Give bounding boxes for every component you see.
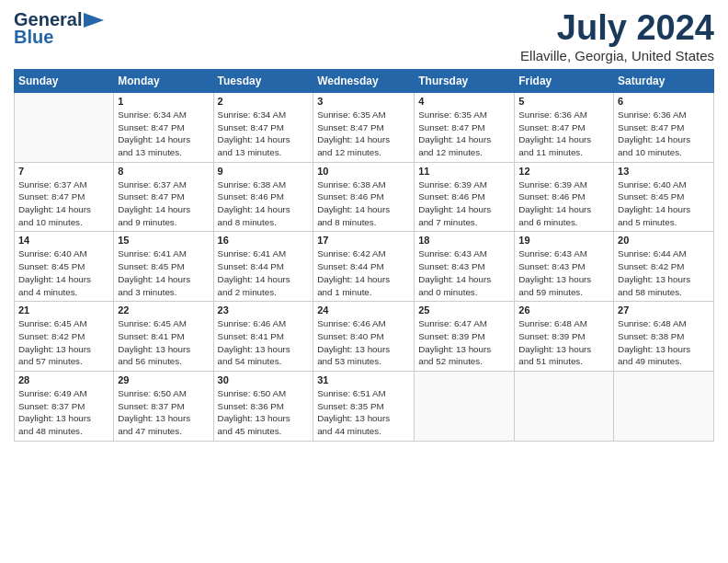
day-number: 30 xyxy=(218,374,310,385)
logo-flag-icon xyxy=(84,13,104,28)
table-row: 18Sunrise: 6:43 AMSunset: 8:43 PMDayligh… xyxy=(415,232,515,302)
table-row: 31Sunrise: 6:51 AMSunset: 8:35 PMDayligh… xyxy=(313,372,415,442)
col-saturday: Saturday xyxy=(614,69,714,92)
day-number: 6 xyxy=(618,96,710,107)
table-row xyxy=(515,372,614,442)
calendar-table: Sunday Monday Tuesday Wednesday Thursday… xyxy=(14,69,714,442)
table-row: 29Sunrise: 6:50 AMSunset: 8:37 PMDayligh… xyxy=(114,372,213,442)
table-row: 27Sunrise: 6:48 AMSunset: 8:38 PMDayligh… xyxy=(614,302,714,372)
day-number: 13 xyxy=(618,166,710,177)
table-row: 30Sunrise: 6:50 AMSunset: 8:36 PMDayligh… xyxy=(213,372,313,442)
table-row: 17Sunrise: 6:42 AMSunset: 8:44 PMDayligh… xyxy=(313,232,415,302)
table-row: 1Sunrise: 6:34 AMSunset: 8:47 PMDaylight… xyxy=(114,92,213,162)
day-info: Sunrise: 6:34 AMSunset: 8:47 PMDaylight:… xyxy=(218,109,310,159)
day-number: 18 xyxy=(418,235,510,246)
page-title: July 2024 xyxy=(520,9,714,48)
table-row: 24Sunrise: 6:46 AMSunset: 8:40 PMDayligh… xyxy=(313,302,415,372)
table-row: 26Sunrise: 6:48 AMSunset: 8:39 PMDayligh… xyxy=(515,302,614,372)
col-monday: Monday xyxy=(114,69,213,92)
day-info: Sunrise: 6:45 AMSunset: 8:41 PMDaylight:… xyxy=(118,317,209,368)
table-row: 14Sunrise: 6:40 AMSunset: 8:45 PMDayligh… xyxy=(15,232,114,302)
table-row: 3Sunrise: 6:35 AMSunset: 8:47 PMDaylight… xyxy=(313,92,415,162)
calendar-week-row: 21Sunrise: 6:45 AMSunset: 8:42 PMDayligh… xyxy=(15,302,714,372)
col-wednesday: Wednesday xyxy=(313,69,415,92)
table-row: 6Sunrise: 6:36 AMSunset: 8:47 PMDaylight… xyxy=(614,92,714,162)
table-row xyxy=(415,372,515,442)
day-number: 10 xyxy=(317,166,410,177)
day-number: 25 xyxy=(418,304,510,316)
day-info: Sunrise: 6:43 AMSunset: 8:43 PMDaylight:… xyxy=(418,247,510,298)
day-info: Sunrise: 6:39 AMSunset: 8:46 PMDaylight:… xyxy=(418,178,510,229)
day-info: Sunrise: 6:35 AMSunset: 8:47 PMDaylight:… xyxy=(418,109,510,159)
day-number: 24 xyxy=(317,304,410,316)
day-number: 3 xyxy=(317,96,410,107)
table-row: 28Sunrise: 6:49 AMSunset: 8:37 PMDayligh… xyxy=(15,372,114,442)
table-row: 15Sunrise: 6:41 AMSunset: 8:45 PMDayligh… xyxy=(114,232,213,302)
day-info: Sunrise: 6:42 AMSunset: 8:44 PMDaylight:… xyxy=(317,247,410,298)
svg-marker-0 xyxy=(84,13,104,28)
table-row: 5Sunrise: 6:36 AMSunset: 8:47 PMDaylight… xyxy=(515,92,614,162)
day-info: Sunrise: 6:40 AMSunset: 8:45 PMDaylight:… xyxy=(18,247,109,298)
day-number: 16 xyxy=(218,235,310,246)
day-info: Sunrise: 6:37 AMSunset: 8:47 PMDaylight:… xyxy=(118,178,209,229)
table-row: 4Sunrise: 6:35 AMSunset: 8:47 PMDaylight… xyxy=(415,92,515,162)
table-row xyxy=(15,92,114,162)
day-info: Sunrise: 6:36 AMSunset: 8:47 PMDaylight:… xyxy=(618,109,710,159)
day-number: 4 xyxy=(418,96,510,107)
col-friday: Friday xyxy=(515,69,614,92)
day-number: 23 xyxy=(218,304,310,316)
day-number: 9 xyxy=(218,166,310,177)
table-row: 2Sunrise: 6:34 AMSunset: 8:47 PMDaylight… xyxy=(213,92,313,162)
day-number: 15 xyxy=(118,235,209,246)
page-subtitle: Ellaville, Georgia, United States xyxy=(520,48,714,63)
table-row: 9Sunrise: 6:38 AMSunset: 8:46 PMDaylight… xyxy=(213,162,313,232)
day-number: 26 xyxy=(518,304,609,316)
header: General Blue July 2024 Ellaville, Georgi… xyxy=(14,9,714,63)
day-info: Sunrise: 6:40 AMSunset: 8:45 PMDaylight:… xyxy=(618,178,710,229)
day-info: Sunrise: 6:41 AMSunset: 8:44 PMDaylight:… xyxy=(218,247,310,298)
day-number: 1 xyxy=(118,96,209,107)
day-number: 2 xyxy=(218,96,310,107)
day-info: Sunrise: 6:51 AMSunset: 8:35 PMDaylight:… xyxy=(317,387,410,438)
calendar-week-row: 7Sunrise: 6:37 AMSunset: 8:47 PMDaylight… xyxy=(15,162,714,232)
day-number: 27 xyxy=(618,304,710,316)
day-info: Sunrise: 6:38 AMSunset: 8:46 PMDaylight:… xyxy=(317,178,410,229)
table-row: 16Sunrise: 6:41 AMSunset: 8:44 PMDayligh… xyxy=(213,232,313,302)
day-info: Sunrise: 6:39 AMSunset: 8:46 PMDaylight:… xyxy=(518,178,609,229)
day-number: 14 xyxy=(18,235,109,246)
day-number: 5 xyxy=(518,96,609,107)
day-info: Sunrise: 6:48 AMSunset: 8:39 PMDaylight:… xyxy=(518,317,609,368)
day-info: Sunrise: 6:49 AMSunset: 8:37 PMDaylight:… xyxy=(18,387,109,438)
day-info: Sunrise: 6:34 AMSunset: 8:47 PMDaylight:… xyxy=(118,109,209,159)
table-row: 7Sunrise: 6:37 AMSunset: 8:47 PMDaylight… xyxy=(15,162,114,232)
calendar-week-row: 28Sunrise: 6:49 AMSunset: 8:37 PMDayligh… xyxy=(15,372,714,442)
table-row: 22Sunrise: 6:45 AMSunset: 8:41 PMDayligh… xyxy=(114,302,213,372)
logo: General Blue xyxy=(14,9,104,48)
table-row: 25Sunrise: 6:47 AMSunset: 8:39 PMDayligh… xyxy=(415,302,515,372)
day-number: 20 xyxy=(618,235,710,246)
table-row: 23Sunrise: 6:46 AMSunset: 8:41 PMDayligh… xyxy=(213,302,313,372)
day-number: 12 xyxy=(518,166,609,177)
day-info: Sunrise: 6:48 AMSunset: 8:38 PMDaylight:… xyxy=(618,317,710,368)
day-info: Sunrise: 6:47 AMSunset: 8:39 PMDaylight:… xyxy=(418,317,510,368)
day-number: 19 xyxy=(518,235,609,246)
day-info: Sunrise: 6:38 AMSunset: 8:46 PMDaylight:… xyxy=(218,178,310,229)
day-number: 29 xyxy=(118,374,209,385)
day-number: 11 xyxy=(418,166,510,177)
table-row: 21Sunrise: 6:45 AMSunset: 8:42 PMDayligh… xyxy=(15,302,114,372)
calendar-week-row: 14Sunrise: 6:40 AMSunset: 8:45 PMDayligh… xyxy=(15,232,714,302)
table-row: 12Sunrise: 6:39 AMSunset: 8:46 PMDayligh… xyxy=(515,162,614,232)
table-row: 8Sunrise: 6:37 AMSunset: 8:47 PMDaylight… xyxy=(114,162,213,232)
day-number: 8 xyxy=(118,166,209,177)
page: General Blue July 2024 Ellaville, Georgi… xyxy=(0,0,728,451)
day-number: 22 xyxy=(118,304,209,316)
col-sunday: Sunday xyxy=(15,69,114,92)
logo-blue: Blue xyxy=(14,27,53,48)
col-thursday: Thursday xyxy=(415,69,515,92)
table-row: 13Sunrise: 6:40 AMSunset: 8:45 PMDayligh… xyxy=(614,162,714,232)
col-tuesday: Tuesday xyxy=(213,69,313,92)
day-info: Sunrise: 6:45 AMSunset: 8:42 PMDaylight:… xyxy=(18,317,109,368)
day-number: 7 xyxy=(18,166,109,177)
day-info: Sunrise: 6:44 AMSunset: 8:42 PMDaylight:… xyxy=(618,247,710,298)
day-number: 17 xyxy=(317,235,410,246)
